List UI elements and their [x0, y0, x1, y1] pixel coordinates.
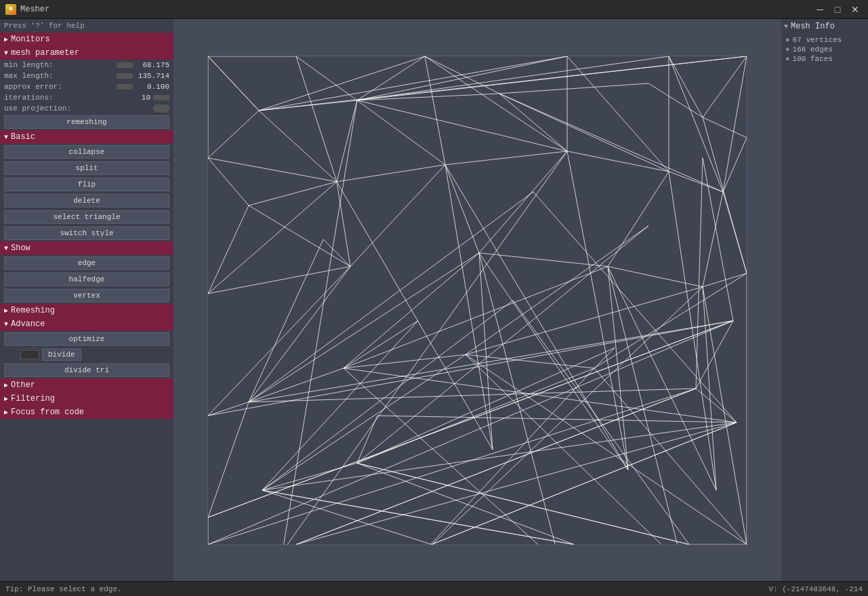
basic-section-header[interactable]: ▼ Basic — [0, 130, 173, 144]
max-length-slider[interactable] — [117, 73, 133, 79]
status-tip: Tip: Please select a edge. — [5, 585, 122, 593]
filtering-label: Filtering — [11, 394, 55, 403]
focus-from-code-arrow: ▶ — [4, 408, 8, 416]
basic-arrow: ▼ — [4, 134, 8, 141]
edge-button[interactable]: edge — [4, 256, 169, 270]
iterations-slider[interactable] — [153, 95, 169, 100]
min-length-value: 68.175 — [136, 61, 169, 69]
collapse-button[interactable]: collapse — [4, 145, 169, 159]
divide-button[interactable]: Divide — [42, 349, 81, 361]
close-button[interactable]: ✕ — [848, 2, 863, 17]
optimize-button[interactable]: optimize — [4, 332, 169, 346]
focus-from-code-label: Focus from code — [11, 408, 84, 417]
edges-stat: ● 166 edges — [784, 45, 865, 54]
mesh-parameter-section-header[interactable]: ▼ mesh parameter — [0, 46, 173, 60]
other-section-header[interactable]: ▶ Other — [0, 378, 173, 392]
split-button[interactable]: split — [4, 161, 169, 175]
min-length-slider[interactable] — [117, 62, 133, 68]
titlebar-controls: ─ □ ✕ — [812, 2, 863, 17]
vertices-bullet: ● — [785, 36, 790, 44]
left-panel: Press '?' for help ▶ Monitors ▼ mesh par… — [0, 19, 173, 581]
minimize-button[interactable]: ─ — [812, 2, 827, 17]
divide-tri-button[interactable]: divide tri — [4, 363, 169, 377]
monitors-section-header[interactable]: ▶ Monitors — [0, 33, 173, 46]
min-length-label: min length: — [4, 61, 114, 69]
faces-bullet: ● — [785, 55, 790, 63]
help-text: Press '?' for help — [0, 19, 173, 33]
mesh-canvas[interactable] — [207, 56, 747, 545]
monitors-arrow: ▶ — [4, 35, 8, 43]
canvas-area[interactable] — [173, 19, 781, 581]
iterations-row: iterations: 10 — [0, 92, 173, 103]
advance-section-header[interactable]: ▼ Advance — [0, 317, 173, 331]
titlebar: M Mesher ─ □ ✕ — [0, 0, 868, 19]
remeshing-arrow: ▶ — [4, 306, 8, 315]
approx-error-row: approx error: 0.100 — [0, 81, 173, 92]
filtering-arrow: ▶ — [4, 395, 8, 403]
select-triangle-button[interactable]: select triangle — [4, 210, 169, 224]
mesh-parameter-label: mesh parameter — [11, 48, 79, 58]
main-row: Press '?' for help ▶ Monitors ▼ mesh par… — [0, 19, 868, 581]
show-arrow: ▼ — [4, 245, 8, 252]
divide-slider[interactable] — [4, 351, 18, 359]
edges-bullet: ● — [785, 45, 790, 54]
mesh-info-header: ▼ Mesh Info — [784, 22, 865, 31]
delete-button[interactable]: delete — [4, 194, 169, 207]
status-coords: V: (-2147483648, -214 — [768, 585, 863, 593]
show-label: Show — [11, 243, 30, 253]
remeshing-section-header[interactable]: ▶ Remeshing — [0, 304, 173, 317]
right-panel: ▼ Mesh Info ● 67 vertices ● 166 edges ● … — [781, 19, 868, 581]
flip-button[interactable]: flip — [4, 178, 169, 191]
iterations-label: iterations: — [4, 94, 114, 102]
use-projection-checkbox[interactable] — [153, 104, 169, 113]
max-length-label: max length: — [4, 72, 114, 80]
divide-row: 48 Divide — [0, 347, 173, 362]
vertices-stat: ● 67 vertices — [784, 35, 865, 45]
other-arrow: ▶ — [4, 381, 8, 389]
filtering-section-header[interactable]: ▶ Filtering — [0, 392, 173, 405]
basic-label: Basic — [11, 132, 35, 142]
faces-stat: ● 100 faces — [784, 54, 865, 64]
app-title: Mesher — [20, 5, 49, 14]
advance-arrow: ▼ — [4, 321, 8, 328]
app-icon: M — [5, 4, 16, 15]
show-section-header[interactable]: ▼ Show — [0, 241, 173, 255]
statusbar: Tip: Please select a edge. V: (-21474836… — [0, 581, 868, 596]
other-label: Other — [11, 380, 35, 390]
max-length-row: max length: 135.714 — [0, 71, 173, 81]
monitors-label: Monitors — [11, 35, 50, 44]
approx-error-label: approx error: — [4, 83, 114, 91]
remeshing-label: Remeshing — [11, 306, 55, 315]
divide-input[interactable]: 48 — [20, 350, 39, 359]
approx-error-value: 0.100 — [136, 83, 169, 91]
advance-label: Advance — [11, 319, 45, 329]
max-length-value: 135.714 — [136, 72, 169, 80]
min-length-row: min length: 68.175 — [0, 60, 173, 71]
mesh-info-arrow: ▼ — [784, 23, 788, 31]
vertices-value: 67 vertices — [793, 36, 842, 44]
vertex-button[interactable]: vertex — [4, 289, 169, 302]
titlebar-left: M Mesher — [5, 4, 49, 15]
mesh-parameter-arrow: ▼ — [4, 49, 8, 57]
remeshing-button[interactable]: remeshing — [4, 115, 169, 129]
edges-value: 166 edges — [793, 45, 833, 54]
maximize-button[interactable]: □ — [830, 2, 845, 17]
switch-style-button[interactable]: switch style — [4, 226, 169, 240]
mesh-info-title: Mesh Info — [791, 22, 835, 31]
focus-from-code-section-header[interactable]: ▶ Focus from code — [0, 405, 173, 419]
use-projection-label: use projection: — [4, 104, 150, 113]
use-projection-row: use projection: — [0, 103, 173, 114]
faces-value: 100 faces — [793, 55, 833, 63]
halfedge-button[interactable]: halfedge — [4, 273, 169, 286]
approx-error-slider[interactable] — [117, 84, 133, 90]
iterations-value: 10 — [117, 94, 150, 102]
